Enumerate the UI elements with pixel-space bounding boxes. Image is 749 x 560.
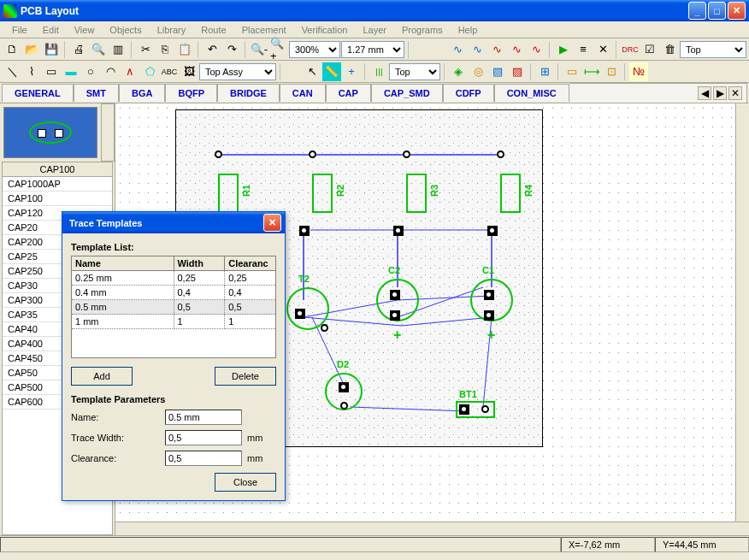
pad[interactable] <box>299 226 310 236</box>
tab-smt[interactable]: SMT <box>74 84 119 102</box>
pad[interactable] <box>459 404 469 415</box>
preview-scrollbar[interactable] <box>101 103 115 162</box>
menu-objects[interactable]: Objects <box>103 23 148 37</box>
layers-icon[interactable]: ≡ <box>574 40 593 59</box>
menu-route[interactable]: Route <box>194 23 233 37</box>
table-row[interactable]: 0.5 mm0,50,5 <box>72 300 276 315</box>
menu-edit[interactable]: Edit <box>36 23 66 37</box>
via[interactable] <box>497 150 504 158</box>
param-clearance-input[interactable] <box>165 451 242 466</box>
route-free-icon[interactable]: ∿ <box>527 40 546 59</box>
tab-cdfp[interactable]: CDFP <box>443 84 494 102</box>
new-icon[interactable]: 🗋 <box>3 40 21 59</box>
tabs-next-button[interactable]: ▶ <box>713 86 727 100</box>
table-icon[interactable]: ⊞ <box>535 62 554 81</box>
tab-bridge[interactable]: BRIDGE <box>217 84 280 102</box>
tab-cap-smd[interactable]: CAP_SMD <box>371 84 443 102</box>
tab-bqfp[interactable]: BQFP <box>165 84 217 102</box>
via[interactable] <box>403 150 410 158</box>
pad[interactable] <box>295 309 305 319</box>
tabs-close-button[interactable]: ✕ <box>728 86 742 100</box>
menu-verification[interactable]: Verification <box>295 23 355 37</box>
cursor-tool-icon[interactable]: ↖ <box>303 62 321 81</box>
dialog-titlebar[interactable]: Trace Templates ✕ <box>62 212 285 233</box>
drc-icon[interactable]: DRC <box>621 40 640 59</box>
via-tool-icon[interactable]: ◈ <box>449 62 468 81</box>
renumber-icon[interactable]: № <box>629 62 648 81</box>
table-row[interactable]: 1 mm11 <box>72 315 276 329</box>
pad[interactable] <box>484 290 494 300</box>
pad[interactable] <box>390 290 400 300</box>
route-45-icon[interactable]: ∿ <box>487 40 506 59</box>
param-width-input[interactable] <box>165 430 242 445</box>
print-icon[interactable]: 🖨 <box>69 40 88 59</box>
filled-rect-tool-icon[interactable]: ▬ <box>62 62 80 81</box>
component-r1[interactable]: R1 <box>218 174 239 213</box>
image-tool-icon[interactable]: 🖼 <box>180 62 198 81</box>
line-tool-icon[interactable]: ＼ <box>3 62 21 81</box>
route-arc-icon[interactable]: ∿ <box>507 40 526 59</box>
cut-icon[interactable]: ✂ <box>136 40 155 59</box>
table-row[interactable]: 0.25 mm0,250,25 <box>72 271 276 286</box>
via[interactable] <box>215 150 222 158</box>
col-name[interactable]: Name <box>72 256 174 271</box>
window-minimize-button[interactable]: _ <box>688 2 706 20</box>
pad[interactable] <box>390 310 400 321</box>
via[interactable] <box>340 402 348 410</box>
add-button[interactable]: Add <box>71 367 133 386</box>
canvas-hscrollbar[interactable] <box>115 522 749 535</box>
component-r4[interactable]: R4 <box>500 174 521 213</box>
text-tool-icon[interactable]: ABC <box>160 62 179 81</box>
tab-general[interactable]: GENERAL <box>2 84 74 102</box>
tab-can[interactable]: CAN <box>280 84 326 102</box>
zoom-in-icon[interactable]: 🔍+ <box>269 40 288 59</box>
pad[interactable] <box>393 226 404 236</box>
save-icon[interactable]: 💾 <box>42 40 61 59</box>
layer-select-top[interactable]: Top <box>680 41 746 58</box>
ratsnest-toggle-icon[interactable]: ✕ <box>593 40 612 59</box>
copy-icon[interactable]: ⎘ <box>156 40 174 59</box>
close-button[interactable]: Close <box>215 473 276 492</box>
menu-file[interactable]: File <box>5 23 34 37</box>
via[interactable] <box>321 324 328 332</box>
pad[interactable] <box>339 382 349 392</box>
tab-con-misc[interactable]: CON_MISC <box>494 84 569 102</box>
assy-layer-select[interactable]: Top Assy <box>199 63 276 80</box>
dimension-icon[interactable]: ⟼ <box>582 62 601 81</box>
sel-layer-select[interactable]: Top <box>389 63 440 80</box>
trash-icon[interactable]: 🗑 <box>660 40 679 59</box>
tab-bga[interactable]: BGA <box>119 84 165 102</box>
component-r2[interactable]: R2 <box>312 174 333 213</box>
paste-icon[interactable]: 📋 <box>175 40 194 59</box>
arc-tool-icon[interactable]: ◠ <box>101 62 120 81</box>
delete-button[interactable]: Delete <box>215 367 276 386</box>
col-clearance[interactable]: Clearanc <box>225 256 276 271</box>
param-name-input[interactable] <box>165 410 242 425</box>
canvas-vscrollbar[interactable] <box>735 103 749 522</box>
grid-select[interactable]: 1.27 mm <box>341 41 404 58</box>
board-tool-icon[interactable]: ▭ <box>563 62 581 81</box>
window-maximize-button[interactable]: □ <box>708 2 726 20</box>
list-item[interactable]: CAP100 <box>3 192 112 206</box>
polygon-tool-icon[interactable]: ⬠ <box>140 62 159 81</box>
play-icon[interactable]: ▶ <box>554 40 573 59</box>
via[interactable] <box>309 150 316 158</box>
route-90-icon[interactable]: ∿ <box>468 40 487 59</box>
list-item[interactable]: CAP1000AP <box>3 177 112 192</box>
preview-icon[interactable]: 🔍 <box>89 40 108 59</box>
undo-icon[interactable]: ↶ <box>203 40 221 59</box>
open-icon[interactable]: 📂 <box>22 40 41 59</box>
tabs-prev-button[interactable]: ◀ <box>698 86 711 100</box>
zoom-out-icon[interactable]: 🔍- <box>250 40 268 59</box>
col-width[interactable]: Width <box>174 256 225 271</box>
via[interactable] <box>481 405 489 413</box>
redo-icon[interactable]: ↷ <box>222 40 241 59</box>
pad[interactable] <box>487 226 498 236</box>
menu-placement[interactable]: Placement <box>235 23 293 37</box>
dialog-close-button[interactable]: ✕ <box>263 214 281 232</box>
origin-tool-icon[interactable]: + <box>342 62 361 81</box>
menu-view[interactable]: View <box>68 23 102 37</box>
component-r3[interactable]: R3 <box>406 174 427 213</box>
rect-tool-icon[interactable]: ▭ <box>42 62 61 81</box>
measure-tool-icon[interactable]: 📏 <box>322 62 341 81</box>
